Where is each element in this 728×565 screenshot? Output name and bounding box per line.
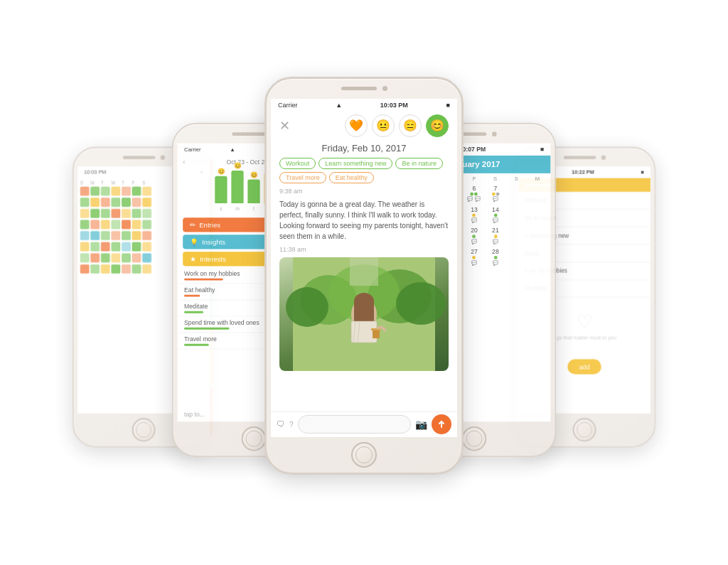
day-m: M [527,176,548,182]
time-center: 10:03 PM [380,102,408,109]
question-icon: ? [289,421,294,429]
cal-cell-blank1 [507,183,527,203]
home-button-inner [136,421,151,437]
heart-label: ings that matter most to you [552,335,616,340]
chart-label-s: s [220,205,222,210]
interest-bar-1 [184,294,200,296]
phones-container: 10:03 PM ■ S M T W T F S [44,27,684,539]
cal-cell-6[interactable]: 6 💬 💬 [464,183,484,203]
interests-icon: ★ [190,255,196,263]
speaker-left-far [122,155,155,158]
svg-rect-6 [350,257,378,286]
home-button-center[interactable] [351,442,377,468]
mood-heart[interactable]: 🧡 [345,114,368,137]
chart-label-m: m [235,205,240,210]
day-s1: S [485,176,506,182]
journal-photo [279,257,449,371]
interest-name-1: Eat healthy [184,286,215,294]
camera-left-far [160,154,164,158]
interest-name-3: Spend time with loved ones [184,319,259,326]
tag-travel[interactable]: Travel more [279,172,326,183]
chart-label-t1: t [253,205,255,210]
interest-bar-0 [184,278,223,280]
home-button-inner [355,446,373,463]
center-nav: ✕ 🧡 😐 😑 😊 [271,112,457,140]
send-button[interactable] [432,414,451,434]
close-button[interactable]: ✕ [279,118,290,134]
input-bar: 🗨 ? 📷 [271,411,457,437]
interest-name-2: Meditate [184,303,208,310]
home-button-left-far[interactable] [132,418,156,441]
camera-right-far [601,154,605,158]
camera-center [382,86,387,91]
wifi-icon-left-near: ▲ [230,146,235,152]
svg-point-5 [396,282,446,325]
time-label-1: 11:38 am [279,246,449,253]
entries-icon: ✏ [190,221,196,229]
cal-cell-14[interactable]: 14 💬 [486,205,505,225]
chart-bar-group: 😊 s [215,168,227,210]
insights-icon: 💡 [190,238,198,246]
cal-cell-27[interactable]: 27 💬 [464,247,484,267]
tag-learn[interactable]: Learn something new [318,158,392,169]
interest-name-0: Work on my hobbies [184,270,240,277]
carrier-center: Carrier [278,102,298,109]
battery-right-near: ■ [540,146,544,153]
entry-date: Friday, Feb 10, 2017 [271,140,457,158]
home-button-left-near[interactable] [242,426,267,451]
tag-eat-healthy[interactable]: Eat healthy [329,172,374,183]
interest-bar-2 [184,311,203,313]
svg-point-4 [286,287,328,327]
cal-cell-20[interactable]: 20 💬 [464,225,484,245]
journal-input[interactable] [298,415,411,434]
camera-icon[interactable]: 📷 [415,419,427,430]
home-area-center [267,437,461,473]
speaker-center [341,87,377,90]
cal-cell-blank7 [507,247,527,267]
cal-cell-21[interactable]: 21 💬 [486,225,505,245]
interest-bar-3 [184,327,229,329]
status-bar-center: Carrier ▲ 10:03 PM ■ [271,99,457,112]
mood-selector: 🧡 😐 😑 😊 [345,114,449,137]
journal-content: 9:38 am Today is gonna be a great day. T… [271,188,457,411]
chart-bar-group: 😊 m [231,162,243,210]
chart-bar-s [215,176,227,203]
cal-cell-7[interactable]: 7 💬 [486,183,505,203]
wifi-icon-center: ▲ [336,102,342,109]
cal-cell-blank5 [507,225,527,245]
camera-right-near [491,131,496,136]
keyboard-icon: 🗨 [277,419,285,429]
interest-bar-4 [184,343,208,345]
home-button-right-far[interactable] [573,418,596,441]
top-bar-center [267,79,461,99]
battery-center: ■ [446,102,450,109]
journal-text-0: Today is gonna be a great day. The weath… [279,199,449,242]
phone-center: Carrier ▲ 10:03 PM ■ ✕ 🧡 😐 😑 😊 Friday, F… [264,77,464,475]
interests-label: Interests [200,255,226,263]
home-button-inner [577,421,592,437]
mood-sad[interactable]: 😐 [372,114,395,137]
tag-nature[interactable]: Be in nature [395,158,443,169]
cal-cell-13[interactable]: 13 💬 [464,205,484,225]
insights-label: Insights [202,238,225,246]
mood-happy[interactable]: 😊 [426,114,449,137]
cal-cell-blank8 [528,247,548,267]
tag-workout[interactable]: Workout [279,158,316,169]
chart-bar-t1 [247,179,259,203]
svg-rect-14 [373,330,380,338]
home-button-inner [245,430,262,446]
send-icon [437,420,446,429]
time-right-far: 10:22 PM [572,169,594,175]
time-label-0: 9:38 am [279,188,449,195]
carrier-left-near: Carrier [184,146,200,152]
mood-neutral[interactable]: 😑 [399,114,422,137]
phone-inner-center: Carrier ▲ 10:03 PM ■ ✕ 🧡 😐 😑 😊 Friday, F… [271,99,457,437]
carrier-left-far: 10:03 PM [84,169,106,175]
home-button-inner [466,430,482,446]
chart-bar-m [231,171,243,203]
cal-cell-blank3 [507,205,527,225]
cal-cell-28[interactable]: 28 💬 [486,247,505,267]
home-button-right-near[interactable] [462,426,487,451]
add-interest-button[interactable]: add [567,359,601,374]
day-f: F [464,176,485,182]
